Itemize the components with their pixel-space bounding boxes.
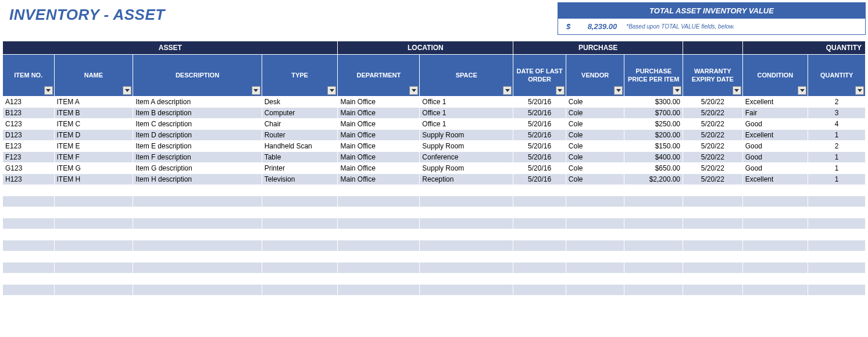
cell-department[interactable]: Main Office [338,119,420,130]
cell-empty[interactable] [133,218,262,229]
cell-description[interactable]: Item F description [133,152,262,163]
filter-icon[interactable] [673,86,681,95]
cell-empty[interactable] [54,218,133,229]
cell-item_no[interactable]: F123 [3,152,55,163]
table-row-empty[interactable] [3,274,866,285]
cell-empty[interactable] [54,296,133,307]
cell-price[interactable]: $700.00 [624,108,683,119]
cell-empty[interactable] [683,274,743,285]
table-row[interactable]: D123ITEM DItem D descriptionRouterMain O… [3,130,866,141]
cell-empty[interactable] [808,240,866,251]
cell-empty[interactable] [566,296,624,307]
cell-quantity[interactable]: 1 [808,152,866,163]
cell-item_no[interactable]: D123 [3,130,55,141]
cell-empty[interactable] [54,240,133,251]
cell-empty[interactable] [262,240,338,251]
cell-empty[interactable] [624,296,683,307]
cell-vendor[interactable]: Cole [566,163,624,174]
cell-empty[interactable] [133,196,262,207]
cell-empty[interactable] [133,240,262,251]
cell-item_no[interactable]: B123 [3,108,55,119]
cell-empty[interactable] [420,296,513,307]
cell-empty[interactable] [262,274,338,285]
cell-empty[interactable] [420,207,513,218]
cell-empty[interactable] [420,274,513,285]
cell-item_no[interactable]: E123 [3,141,55,152]
cell-empty[interactable] [54,274,133,285]
cell-empty[interactable] [624,285,683,296]
cell-empty[interactable] [3,218,55,229]
cell-empty[interactable] [513,240,566,251]
cell-empty[interactable] [513,196,566,207]
cell-empty[interactable] [513,251,566,262]
cell-price[interactable]: $250.00 [624,119,683,130]
cell-price[interactable]: $650.00 [624,163,683,174]
cell-empty[interactable] [420,240,513,251]
cell-date[interactable]: 5/20/16 [513,130,566,141]
cell-name[interactable]: ITEM H [54,174,133,185]
cell-vendor[interactable]: Cole [566,130,624,141]
cell-empty[interactable] [54,207,133,218]
cell-empty[interactable] [338,218,420,229]
cell-empty[interactable] [420,196,513,207]
cell-empty[interactable] [683,240,743,251]
col-space[interactable]: SPACE [420,55,513,97]
cell-empty[interactable] [513,262,566,274]
cell-empty[interactable] [3,229,55,240]
cell-empty[interactable] [566,185,624,196]
filter-icon[interactable] [798,86,806,95]
cell-empty[interactable] [513,207,566,218]
cell-empty[interactable] [3,285,55,296]
cell-department[interactable]: Main Office [338,141,420,152]
cell-condition[interactable]: Excellent [742,174,808,185]
cell-empty[interactable] [338,285,420,296]
cell-price[interactable]: $150.00 [624,141,683,152]
cell-empty[interactable] [624,218,683,229]
cell-empty[interactable] [808,251,866,262]
cell-description[interactable]: Item B description [133,108,262,119]
cell-empty[interactable] [262,296,338,307]
filter-icon[interactable] [556,86,565,95]
cell-empty[interactable] [338,274,420,285]
cell-empty[interactable] [683,296,743,307]
cell-empty[interactable] [808,207,866,218]
cell-quantity[interactable]: 3 [808,108,866,119]
cell-empty[interactable] [3,207,55,218]
cell-vendor[interactable]: Cole [566,141,624,152]
cell-empty[interactable] [683,285,743,296]
cell-date[interactable]: 5/20/16 [513,108,566,119]
cell-quantity[interactable]: 1 [808,163,866,174]
cell-type[interactable]: Table [262,152,338,163]
table-row[interactable]: A123ITEM AItem A descriptionDeskMain Off… [3,97,866,108]
cell-type[interactable]: Printer [262,163,338,174]
table-row[interactable]: C123ITEM CItem C descriptionChairMain Of… [3,119,866,130]
cell-empty[interactable] [808,185,866,196]
table-row-empty[interactable] [3,262,866,274]
table-row-empty[interactable] [3,218,866,229]
cell-empty[interactable] [566,274,624,285]
cell-empty[interactable] [133,262,262,274]
cell-price[interactable]: $200.00 [624,130,683,141]
cell-empty[interactable] [133,229,262,240]
cell-empty[interactable] [808,196,866,207]
table-row-empty[interactable] [3,229,866,240]
cell-description[interactable]: Item D description [133,130,262,141]
col-type[interactable]: TYPE [262,55,338,97]
cell-empty[interactable] [742,285,808,296]
cell-empty[interactable] [338,207,420,218]
cell-empty[interactable] [566,240,624,251]
cell-empty[interactable] [54,229,133,240]
cell-empty[interactable] [683,218,743,229]
cell-quantity[interactable]: 1 [808,174,866,185]
col-quantity[interactable]: QUANTITY [808,55,866,97]
cell-quantity[interactable]: 2 [808,97,866,108]
cell-empty[interactable] [54,196,133,207]
cell-item_no[interactable]: C123 [3,119,55,130]
cell-empty[interactable] [133,185,262,196]
cell-empty[interactable] [742,296,808,307]
cell-empty[interactable] [513,218,566,229]
cell-description[interactable]: Item G description [133,163,262,174]
cell-item_no[interactable]: A123 [3,97,55,108]
cell-empty[interactable] [808,296,866,307]
cell-empty[interactable] [338,185,420,196]
